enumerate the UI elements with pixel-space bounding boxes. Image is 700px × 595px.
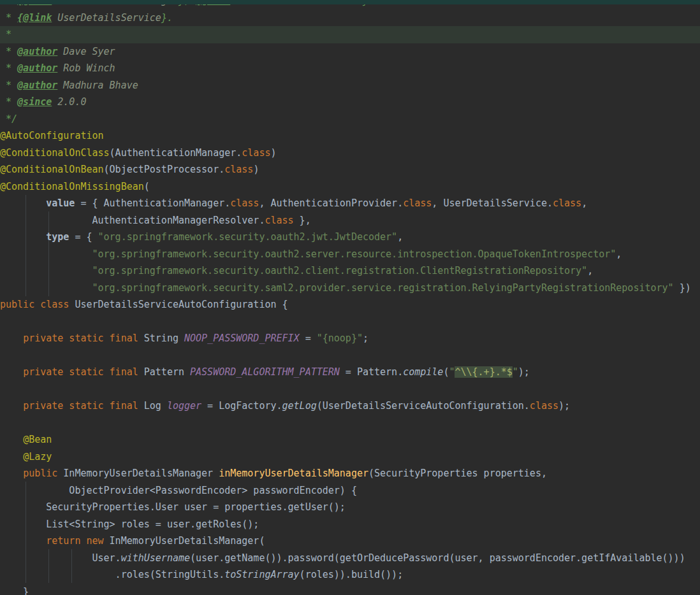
code-line[interactable]: "org.springframework.security.saml2.prov… xyxy=(0,280,700,297)
token-d: }) xyxy=(674,282,691,294)
token-c: * xyxy=(0,62,17,74)
token-m: inMemoryUserDetailsManager xyxy=(219,468,368,479)
token-s: "org.springframework.security.oauth2.cli… xyxy=(92,265,588,276)
token-d xyxy=(0,248,92,260)
token-cv: Dave Syer xyxy=(57,46,115,57)
code-line[interactable]: type = { "org.springframework.security.o… xyxy=(0,229,700,246)
code-line[interactable]: return new InMemoryUserDetailsManager( xyxy=(0,533,700,550)
code-line[interactable]: User.withUsername(user.getName()).passwo… xyxy=(0,550,700,567)
token-k: return new xyxy=(46,535,103,547)
code-area[interactable]: * {@link AuthenticationManager}, {@link … xyxy=(0,0,700,595)
code-line[interactable]: private static final String NOOP_PASSWOR… xyxy=(0,330,700,347)
token-d: ) xyxy=(253,164,259,175)
code-line[interactable] xyxy=(0,313,700,331)
token-a: @Lazy xyxy=(23,451,52,462)
token-d: Log xyxy=(138,400,167,412)
code-line[interactable]: "org.springframework.security.oauth2.cli… xyxy=(0,262,700,280)
token-k: class xyxy=(230,197,259,209)
code-editor[interactable]: * {@link AuthenticationManager}, {@link … xyxy=(0,0,700,595)
code-line[interactable]: */ xyxy=(0,111,700,128)
token-d: , xyxy=(581,197,587,209)
code-line[interactable]: SecurityProperties.User user = propertie… xyxy=(0,499,700,516)
token-d: , UserDetailsService. xyxy=(432,197,553,209)
token-d: InMemoryUserDetailsManager xyxy=(57,468,219,479)
token-s: "{noop}" xyxy=(317,333,363,344)
token-b: type xyxy=(46,231,69,243)
token-d: User. xyxy=(0,552,121,564)
token-s: "org.springframework.security.saml2.prov… xyxy=(92,282,674,294)
code-line[interactable]: private static final Log logger = LogFac… xyxy=(0,398,700,415)
code-line[interactable] xyxy=(0,347,700,364)
token-cv: Madhura Bhave xyxy=(57,80,138,91)
code-line[interactable]: * @author Madhura Bhave xyxy=(0,77,700,94)
code-line[interactable] xyxy=(0,415,700,432)
token-d: (AuthenticationManager. xyxy=(110,147,242,159)
token-s: " xyxy=(513,366,518,378)
token-c: * xyxy=(0,29,11,40)
code-line[interactable]: List<String> roles = user.getRoles(); xyxy=(0,516,700,533)
token-d xyxy=(0,333,23,344)
token-d: List<String> roles = user.getRoles(); xyxy=(0,519,259,530)
code-line[interactable] xyxy=(0,381,700,398)
code-line[interactable]: @AutoConfiguration xyxy=(0,127,700,145)
code-line[interactable]: ObjectProvider<PasswordEncoder> password… xyxy=(0,482,700,499)
token-k: class xyxy=(265,215,293,226)
code-line[interactable]: * {@link UserDetailsService}. xyxy=(0,10,700,27)
token-k: class xyxy=(553,197,581,209)
token-s: "org.springframework.security.oauth2.ser… xyxy=(92,248,616,260)
token-c: * xyxy=(0,80,17,91)
code-line[interactable]: * @author Dave Syer xyxy=(0,43,700,61)
code-line[interactable]: public InMemoryUserDetailsManager inMemo… xyxy=(0,465,700,482)
token-sm: getLog xyxy=(282,400,317,412)
token-k: public xyxy=(23,468,57,479)
code-line[interactable]: * @since 2.0.0 xyxy=(0,94,700,111)
token-k: private static final xyxy=(23,366,138,378)
token-k: class xyxy=(530,400,558,412)
code-line[interactable]: AuthenticationManagerResolver.class }, xyxy=(0,212,700,229)
token-d: , xyxy=(616,248,622,260)
token-c: * xyxy=(0,46,17,57)
token-d: (UserDetailsServiceAutoConfiguration. xyxy=(317,400,530,412)
code-line[interactable]: private static final Pattern PASSWORD_AL… xyxy=(0,364,700,381)
token-a: @ConditionalOnClass xyxy=(0,147,110,159)
code-line[interactable]: @Lazy xyxy=(0,448,700,466)
token-d: (user.getName()).password(getOrDeducePas… xyxy=(190,552,685,564)
token-d: , AuthenticationProvider. xyxy=(259,197,403,209)
clipped-line-highlight xyxy=(0,0,700,4)
code-line[interactable]: @ConditionalOnMissingBean( xyxy=(0,178,700,196)
token-d: = LogFactory. xyxy=(201,400,282,412)
code-line[interactable]: * @author Rob Winch xyxy=(0,60,700,77)
token-d: (SecurityProperties properties, xyxy=(368,468,547,479)
token-d: .roles(StringUtils. xyxy=(0,569,224,580)
code-line[interactable]: "org.springframework.security.oauth2.ser… xyxy=(0,246,700,263)
code-line[interactable]: public class UserDetailsServiceAutoConfi… xyxy=(0,296,700,313)
code-line[interactable]: @Bean xyxy=(0,431,700,448)
token-d xyxy=(0,282,92,294)
token-d: = { AuthenticationManager. xyxy=(75,197,230,209)
token-d: ) xyxy=(270,147,276,159)
token-sm: withUsername xyxy=(121,552,190,564)
token-ct: @since xyxy=(17,96,52,108)
token-d: ; xyxy=(363,333,368,344)
token-k: private static final xyxy=(23,400,138,412)
code-line[interactable]: } xyxy=(0,584,700,595)
code-line[interactable]: @ConditionalOnBean(ObjectPostProcessor.c… xyxy=(0,161,700,178)
code-line[interactable]: @ConditionalOnClass(AuthenticationManage… xyxy=(0,145,700,162)
code-line[interactable]: value = { AuthenticationManager.class, A… xyxy=(0,195,700,212)
token-ct: {@link xyxy=(17,12,52,24)
token-b: value xyxy=(46,197,75,209)
token-d xyxy=(0,231,46,243)
token-cv: UserDetailsService xyxy=(52,12,161,24)
token-a: @AutoConfiguration xyxy=(0,130,104,141)
code-line[interactable]: * xyxy=(0,26,700,43)
token-d: , xyxy=(587,265,593,276)
token-d xyxy=(0,197,46,209)
code-line[interactable]: .roles(StringUtils.toStringArray(roles))… xyxy=(0,566,700,584)
token-d: } xyxy=(0,586,29,595)
token-d: ); xyxy=(518,366,530,378)
token-cv: 2.0.0 xyxy=(52,96,86,108)
token-d: = xyxy=(300,333,317,344)
token-k: public class xyxy=(0,299,69,310)
token-s: "org.springframework.security.oauth2.jwt… xyxy=(98,231,398,243)
token-d: (ObjectPostProcessor. xyxy=(104,164,225,175)
